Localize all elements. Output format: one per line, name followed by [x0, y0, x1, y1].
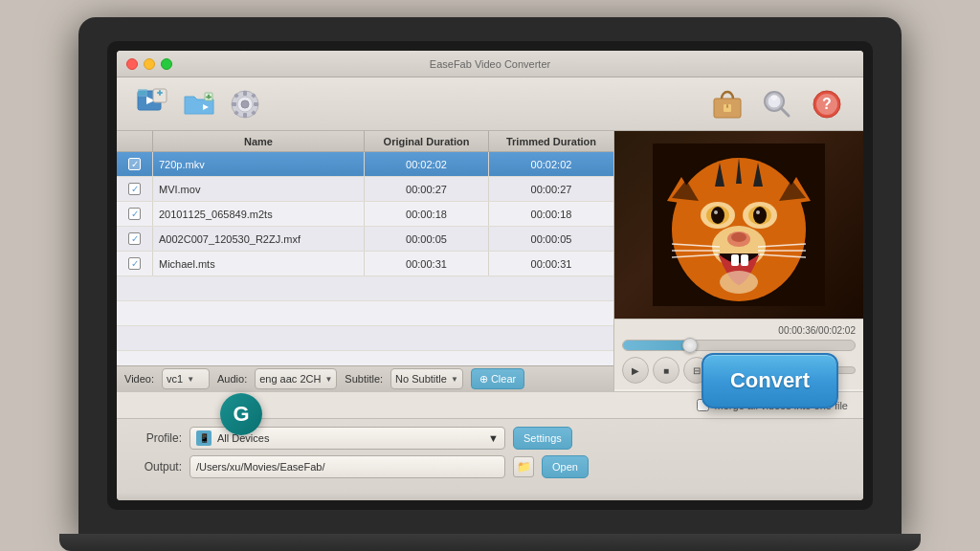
progress-bar[interactable]	[622, 340, 856, 351]
row-name: 720p.mkv	[153, 152, 365, 176]
add-video-button[interactable]	[132, 83, 174, 125]
row-original: 00:00:31	[365, 252, 489, 276]
open-label: Open	[552, 461, 578, 473]
row-name: 20101125_065849.m2ts	[153, 202, 365, 226]
toolbar: ?	[117, 77, 863, 131]
header-original-duration: Original Duration	[365, 131, 489, 151]
window-title: EaseFab Video Converter	[430, 58, 550, 70]
audio-select[interactable]: eng aac 2CH ▼	[255, 368, 337, 389]
output-path-field[interactable]: /Users/xu/Movies/EaseFab/	[189, 455, 505, 478]
folder-icon: 📁	[517, 460, 531, 474]
row-trimmed: 00:00:27	[489, 177, 613, 201]
svg-rect-44	[731, 254, 739, 266]
laptop-base	[59, 534, 921, 551]
clear-button[interactable]: ⊕ Clear	[471, 368, 524, 389]
subtitle-label: Subtitle:	[345, 373, 383, 385]
svg-point-27	[771, 95, 777, 100]
table-row-empty	[117, 301, 613, 326]
table-row-empty	[117, 326, 613, 351]
help-button[interactable]: ?	[806, 83, 848, 125]
svg-point-38	[753, 207, 767, 224]
convert-button[interactable]: Convert	[702, 353, 838, 408]
toolbar-right: ?	[706, 83, 848, 125]
subtitle-select[interactable]: No Subtitle ▼	[390, 368, 463, 389]
prev-frame-icon: ⊟	[693, 365, 701, 376]
row-checkbox[interactable]	[117, 152, 153, 176]
file-rows: 720p.mkv 00:02:02 00:02:02 MVI.mov 00:	[117, 152, 613, 365]
file-table-header: Name Original Duration Trimmed Duration	[117, 131, 613, 152]
screen-bezel: EaseFab Video Converter	[107, 41, 873, 510]
play-icon: ▶	[632, 365, 639, 376]
search-button[interactable]	[756, 83, 798, 125]
row-trimmed: 00:00:31	[489, 252, 613, 276]
header-trimmed-duration: Trimmed Duration	[489, 131, 613, 151]
table-row[interactable]: 20101125_065849.m2ts 00:00:18 00:00:18	[117, 202, 613, 227]
row-original: 00:00:18	[365, 202, 489, 226]
table-row[interactable]: 720p.mkv 00:02:02 00:02:02	[117, 152, 613, 177]
svg-rect-45	[741, 254, 748, 266]
play-button[interactable]: ▶	[622, 357, 649, 384]
bottom-strip	[117, 493, 863, 500]
table-row[interactable]: A002C007_120530_R2ZJ.mxf 00:00:05 00:00:…	[117, 227, 613, 252]
audio-label: Audio:	[217, 373, 247, 385]
toolbar-left	[132, 83, 266, 125]
close-button[interactable]	[126, 58, 138, 70]
svg-rect-14	[243, 113, 247, 118]
svg-point-40	[756, 210, 760, 214]
checkbox-icon	[128, 158, 141, 170]
subtitle-dropdown-arrow: ▼	[451, 375, 458, 384]
video-label: Video:	[124, 373, 154, 385]
stop-button[interactable]: ■	[653, 357, 679, 384]
checkbox-icon	[128, 183, 141, 195]
table-row[interactable]: MVI.mov 00:00:27 00:00:27	[117, 177, 613, 202]
laptop-screen: EaseFab Video Converter	[117, 51, 863, 500]
add-folder-button[interactable]	[178, 83, 220, 125]
video-select[interactable]: vc1 ▼	[162, 368, 210, 389]
video-thumbnail	[614, 131, 863, 319]
checkbox-icon	[128, 208, 141, 220]
svg-rect-13	[243, 91, 247, 96]
title-bar: EaseFab Video Converter	[117, 51, 863, 77]
open-button[interactable]: Open	[542, 455, 589, 478]
checkbox-icon	[128, 257, 141, 270]
svg-point-52	[720, 271, 758, 294]
buy-button[interactable]	[706, 83, 748, 125]
progress-knob[interactable]	[682, 338, 698, 353]
row-checkbox[interactable]	[117, 177, 153, 201]
table-row[interactable]: Michael.mts 00:00:31 00:00:31	[117, 252, 613, 276]
folder-browse-button[interactable]: 📁	[513, 456, 534, 477]
table-row-empty	[117, 276, 613, 301]
convert-section: Convert	[702, 353, 838, 408]
file-area: Name Original Duration Trimmed Duration	[117, 131, 614, 391]
table-row-empty	[117, 351, 613, 365]
progress-fill	[623, 341, 690, 350]
profile-dropdown-arrow: ▼	[488, 432, 499, 444]
row-trimmed: 00:00:05	[489, 227, 613, 251]
row-trimmed: 00:02:02	[489, 152, 613, 176]
row-checkbox[interactable]	[117, 227, 153, 251]
row-name: Michael.mts	[153, 252, 365, 276]
row-name: MVI.mov	[153, 177, 365, 201]
audio-dropdown-arrow: ▼	[324, 375, 332, 384]
time-display: 00:00:36/00:02:02	[622, 325, 856, 336]
svg-rect-15	[232, 102, 236, 106]
video-controls-bar: Video: vc1 ▼ Audio: eng aac 2CH ▼ Subtit…	[117, 365, 613, 391]
profile-device-icon: 📱	[196, 430, 212, 446]
app-window: EaseFab Video Converter	[117, 51, 863, 500]
minimize-button[interactable]	[144, 58, 155, 70]
subtitle-select-value: No Subtitle	[395, 373, 447, 385]
row-checkbox[interactable]	[117, 202, 153, 226]
settings-label: Settings	[523, 432, 562, 444]
settings-button[interactable]	[224, 83, 266, 125]
maximize-button[interactable]	[161, 58, 172, 70]
profile-label: Profile:	[132, 431, 182, 445]
row-name: A002C007_120530_R2ZJ.mxf	[153, 227, 365, 251]
g-logo: G	[220, 393, 262, 435]
svg-point-39	[714, 210, 718, 214]
output-row: Output: /Users/xu/Movies/EaseFab/ 📁 Open	[132, 455, 848, 478]
settings-button-profile[interactable]: Settings	[513, 427, 572, 450]
audio-select-value: eng aac 2CH	[259, 373, 321, 385]
svg-rect-16	[254, 102, 258, 106]
row-checkbox[interactable]	[117, 252, 153, 276]
header-name: Name	[153, 131, 365, 151]
